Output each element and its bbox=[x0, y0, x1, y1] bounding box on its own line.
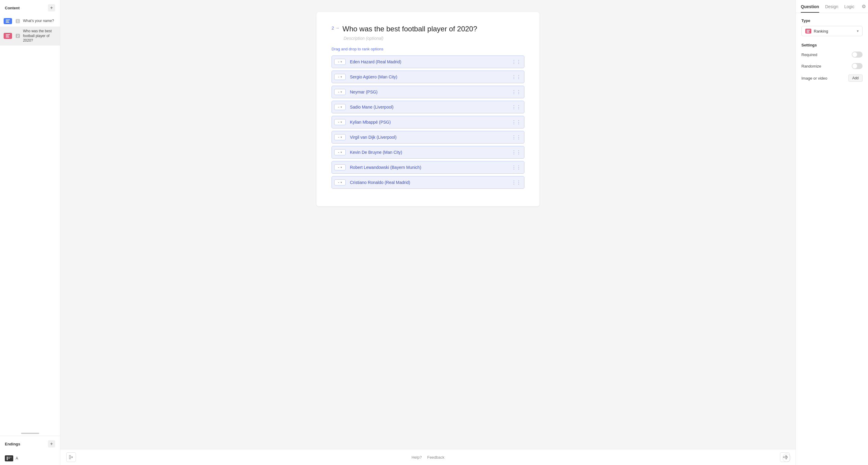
rank-selector-7[interactable]: - ▾ bbox=[334, 149, 346, 155]
right-panel-body: Type Ranking ▾ Settings Required Randomi… bbox=[796, 13, 868, 465]
content-label: Content bbox=[5, 6, 20, 10]
svg-rect-15 bbox=[807, 32, 809, 33]
sidebar-bottom-item[interactable]: A bbox=[0, 452, 60, 465]
ranking-item-text-7: Kevin De Bruyne (Man City) bbox=[350, 150, 509, 155]
endings-header: Endings + bbox=[0, 436, 60, 452]
rank-dash-5: - bbox=[338, 120, 339, 124]
question-arrow: → bbox=[335, 26, 339, 30]
rank-dash-7: - bbox=[338, 150, 339, 154]
bottom-bar-center: Help? Feedback bbox=[411, 455, 444, 460]
drag-handle-6[interactable]: ⋮⋮ bbox=[512, 135, 521, 140]
rank-selector-1[interactable]: - ▾ bbox=[334, 59, 346, 65]
rank-selector-9[interactable]: - ▾ bbox=[334, 179, 346, 185]
rank-dash-1: - bbox=[338, 60, 339, 64]
randomize-row: Randomize bbox=[801, 63, 863, 69]
required-label: Required bbox=[801, 53, 817, 57]
drag-handle-1[interactable]: ⋮⋮ bbox=[512, 59, 521, 65]
ranking-item[interactable]: - ▾ Kylian Mbappé (PSG) ⋮⋮ bbox=[332, 116, 524, 128]
ranking-item[interactable]: - ▾ Neymar (PSG) ⋮⋮ bbox=[332, 86, 524, 98]
rank-chevron-4: ▾ bbox=[341, 106, 342, 109]
rank-dash-2: - bbox=[338, 75, 339, 79]
required-toggle[interactable] bbox=[852, 52, 863, 58]
ranking-item[interactable]: - ▾ Robert Lewandowski (Bayern Munich) ⋮… bbox=[332, 161, 524, 174]
item-2-icon bbox=[4, 33, 12, 39]
item-2-text: Who was the best football player of 2020… bbox=[23, 29, 56, 43]
rank-selector-6[interactable]: - ▾ bbox=[334, 134, 346, 140]
ranking-list: - ▾ Eden Hazard (Real Madrid) ⋮⋮ - ▾ Ser… bbox=[332, 56, 524, 189]
rank-chevron-1: ▾ bbox=[341, 60, 342, 63]
item-2-number: 2 bbox=[16, 34, 20, 38]
svg-rect-13 bbox=[807, 30, 810, 30]
collapse-left-button[interactable] bbox=[66, 452, 76, 462]
help-link[interactable]: Help? bbox=[411, 455, 422, 460]
ranking-item-text-6: Virgil van Dijk (Liverpool) bbox=[350, 135, 509, 140]
type-selector[interactable]: Ranking ▾ bbox=[801, 26, 863, 36]
type-chevron: ▾ bbox=[857, 29, 859, 33]
drag-handle-8[interactable]: ⋮⋮ bbox=[512, 165, 521, 170]
tab-logic[interactable]: Logic bbox=[844, 0, 854, 13]
ranking-item-text-2: Sergio Agüero (Man City) bbox=[350, 75, 509, 79]
ranking-item[interactable]: - ▾ Kevin De Bruyne (Man City) ⋮⋮ bbox=[332, 146, 524, 158]
rank-dash-9: - bbox=[338, 180, 339, 184]
rank-chevron-7: ▾ bbox=[341, 151, 342, 154]
tab-design[interactable]: Design bbox=[825, 0, 838, 13]
svg-rect-2 bbox=[6, 22, 9, 23]
main-content: 2 → Who was the best football player of … bbox=[60, 0, 796, 465]
rank-chevron-6: ▾ bbox=[341, 136, 342, 139]
drag-handle-3[interactable]: ⋮⋮ bbox=[512, 89, 521, 95]
type-icon bbox=[805, 29, 811, 33]
randomize-toggle[interactable] bbox=[852, 63, 863, 69]
bottom-bar: Help? Feedback bbox=[60, 449, 796, 465]
svg-rect-7 bbox=[8, 457, 10, 459]
rank-dash-3: - bbox=[338, 90, 339, 94]
svg-rect-5 bbox=[6, 37, 9, 37]
question-card: 2 → Who was the best football player of … bbox=[316, 12, 539, 206]
rank-selector-3[interactable]: - ▾ bbox=[334, 89, 346, 95]
ranking-item[interactable]: - ▾ Eden Hazard (Real Madrid) ⋮⋮ bbox=[332, 56, 524, 68]
rank-selector-4[interactable]: - ▾ bbox=[334, 104, 346, 110]
rank-chevron-5: ▾ bbox=[341, 121, 342, 124]
ranking-item[interactable]: - ▾ Sadio Mane (Liverpool) ⋮⋮ bbox=[332, 101, 524, 113]
ranking-item[interactable]: - ▾ Sergio Agüero (Man City) ⋮⋮ bbox=[332, 70, 524, 83]
add-content-button[interactable]: + bbox=[48, 4, 55, 11]
item-1-number: 1 bbox=[16, 19, 20, 23]
tab-question[interactable]: Question bbox=[801, 0, 819, 13]
sidebar-item-2[interactable]: 2 Who was the best football player of 20… bbox=[0, 27, 60, 46]
ranking-item-text-5: Kylian Mbappé (PSG) bbox=[350, 120, 509, 124]
add-ending-button[interactable]: + bbox=[48, 440, 55, 447]
ranking-item[interactable]: - ▾ Virgil van Dijk (Liverpool) ⋮⋮ bbox=[332, 131, 524, 144]
rank-selector-5[interactable]: - ▾ bbox=[334, 119, 346, 125]
gear-button[interactable]: ⚙ bbox=[861, 2, 867, 10]
ranking-item[interactable]: - ▾ Cristiano Ronaldo (Real Madrid) ⋮⋮ bbox=[332, 176, 524, 189]
ranking-item-text-4: Sadio Mane (Liverpool) bbox=[350, 105, 509, 110]
drag-handle-4[interactable]: ⋮⋮ bbox=[512, 104, 521, 110]
right-panel: Question Design Logic ⚙ Type Ranking ▾ S… bbox=[796, 0, 868, 465]
add-image-button[interactable]: Add bbox=[848, 75, 863, 82]
svg-rect-8 bbox=[10, 457, 11, 458]
svg-rect-0 bbox=[6, 20, 10, 20]
drag-handle-5[interactable]: ⋮⋮ bbox=[512, 119, 521, 125]
image-video-label: Image or video bbox=[801, 76, 827, 81]
rank-selector-2[interactable]: - ▾ bbox=[334, 74, 346, 80]
rank-chevron-9: ▾ bbox=[341, 181, 342, 184]
svg-rect-9 bbox=[69, 455, 70, 459]
type-label: Type bbox=[801, 19, 863, 23]
bottom-bar-left bbox=[66, 452, 76, 462]
bottom-item-label: A bbox=[16, 456, 18, 461]
settings-label: Settings bbox=[801, 43, 863, 47]
drag-handle-2[interactable]: ⋮⋮ bbox=[512, 74, 521, 80]
endings-label: Endings bbox=[5, 442, 20, 446]
sidebar-item-1[interactable]: 1 What's your name? bbox=[0, 16, 60, 27]
ranking-item-text-3: Neymar (PSG) bbox=[350, 90, 509, 94]
svg-rect-3 bbox=[6, 34, 10, 35]
help-circle-button[interactable]: ? bbox=[782, 454, 791, 462]
right-panel-tabs: Question Design Logic ⚙ bbox=[796, 0, 868, 13]
svg-rect-4 bbox=[6, 36, 9, 36]
scroll-bar bbox=[21, 433, 39, 434]
bottom-bar-icon bbox=[5, 455, 13, 461]
drag-handle-9[interactable]: ⋮⋮ bbox=[512, 180, 521, 185]
drag-handle-7[interactable]: ⋮⋮ bbox=[512, 150, 521, 155]
feedback-link[interactable]: Feedback bbox=[427, 455, 444, 460]
rank-selector-8[interactable]: - ▾ bbox=[334, 164, 346, 170]
svg-rect-6 bbox=[7, 457, 8, 460]
